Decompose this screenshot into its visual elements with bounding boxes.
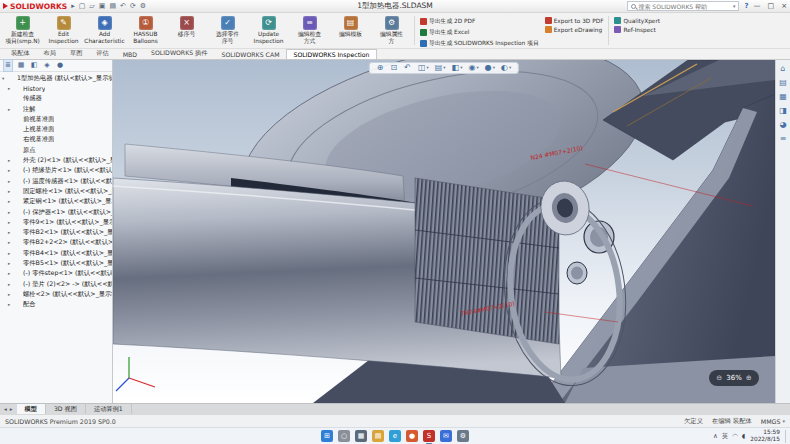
start-button[interactable]: ⊞ (321, 430, 333, 442)
maximize-button[interactable]: □ (768, 2, 775, 10)
undo-icon[interactable]: ↶ (120, 3, 126, 10)
file-explorer-pane-icon[interactable]: ▦ (779, 93, 787, 101)
zoom-in-icon[interactable]: ⊕ (746, 374, 752, 382)
ribbon-tab[interactable]: SOLIDWORKS Inspection (286, 49, 376, 59)
model-view-tab[interactable]: 运动算例1 (86, 404, 132, 414)
tree-item[interactable]: 传感器 (0, 94, 112, 104)
expand-arrow-icon[interactable]: ▸ (8, 158, 14, 163)
tree-item[interactable]: ▸ 外壳 (2)<1> (默认<<默认>_显示状态-1>) (0, 155, 112, 165)
search-button[interactable]: ○ (338, 430, 350, 442)
property-manager-tab[interactable]: ▦ (16, 60, 26, 71)
tree-item[interactable]: ▸ (-) 温度传感器<1> (默认<<默认>_显示状态-1>) (0, 176, 112, 186)
expand-arrow-icon[interactable]: ▸ (8, 251, 14, 256)
expand-arrow-icon[interactable]: ▸ (8, 292, 14, 297)
task-view-button[interactable]: ▦ (355, 430, 367, 442)
new-inspection-project-button[interactable]: + 新建检查 项目(smp.N) (2, 14, 43, 47)
ribbon-export-button[interactable]: 导出生成 Excel (420, 28, 539, 37)
ribbon-tab[interactable]: MBD (116, 49, 144, 59)
file-explorer-button[interactable]: ▤ (372, 430, 384, 442)
tree-item[interactable]: ▸ 零件B2<1> (默认<<默认>_显示状态-1>) (0, 227, 112, 237)
tabs-scroll-left-icon[interactable]: ◂ (4, 406, 7, 412)
expand-arrow-icon[interactable]: ▸ (8, 271, 14, 276)
help-icon[interactable]: ? (744, 2, 748, 10)
display-manager-tab[interactable]: ● (55, 60, 65, 71)
edge-button[interactable]: e (389, 430, 401, 442)
expand-arrow-icon[interactable]: ▸ (8, 86, 14, 91)
edit-inspection-method-button[interactable]: ≡ 编辑检查 方式 (289, 14, 330, 47)
network-icon[interactable]: ◠ (732, 432, 738, 441)
view-palette-icon[interactable]: ◨ (779, 107, 787, 115)
tree-item[interactable]: ▸ (-) 垫片 (2)<2> -> (默认<<默认>_显示状态-1>) (0, 279, 112, 289)
expand-arrow-icon[interactable]: ▸ (8, 179, 14, 184)
tree-item[interactable]: 原点 (0, 145, 112, 155)
save-icon[interactable]: ▣ (99, 3, 106, 10)
expand-arrow-icon[interactable]: ▸ (8, 220, 14, 225)
new-file-icon[interactable]: ▢ (79, 3, 86, 10)
display-style-icon[interactable]: ◧ ▾ (450, 64, 465, 72)
settings-button[interactable]: ⚙ (457, 430, 469, 442)
solidworks-resources-icon[interactable]: ⌂ (780, 65, 785, 73)
expand-arrow-icon[interactable]: ▸ (8, 282, 14, 287)
graphics-area[interactable]: N24 #M07+2(10) 7N74#M07+2(10) ⊕ ⊡ (113, 60, 775, 403)
view-orientation-icon[interactable]: ▤ ▾ (433, 64, 448, 72)
ribbon-tab[interactable]: 草图 (63, 47, 89, 59)
close-button[interactable]: × (781, 2, 787, 10)
minimize-button[interactable]: — (754, 2, 761, 10)
3d-model-canvas[interactable]: N24 #M07+2(10) 7N74#M07+2(10) (113, 60, 775, 403)
tree-item[interactable]: ▸ 零件9<1> (默认<<默认>_显示状态-1>) (0, 217, 112, 227)
configuration-manager-tab[interactable]: ◧ (29, 60, 39, 71)
ribbon-tab[interactable]: SOLIDWORKS 插件 (144, 47, 214, 59)
tree-item[interactable]: ▸ 螺栓<2> (默认<<默认>_显示状态-1>) (0, 289, 112, 299)
tree-item[interactable]: ▸ 零件B2+2<2> (默认<<默认>_显示状态-1>) (0, 238, 112, 248)
update-inspection-project-button[interactable]: ⟳ Update Inspection (248, 14, 289, 47)
model-fin-pack[interactable] (415, 178, 559, 344)
edit-properties-button[interactable]: ⚙ 编辑属性 方 (371, 14, 412, 47)
previous-view-icon[interactable]: ↶ (402, 64, 414, 72)
ribbon-tab[interactable]: 装配体 (4, 47, 37, 59)
expand-arrow-icon[interactable]: ▸ (8, 240, 14, 245)
tree-item[interactable]: ▸ History (0, 83, 112, 93)
tray-chevron-icon[interactable]: ∧ (713, 432, 718, 441)
tree-item[interactable]: ▸ 配合 (0, 300, 112, 310)
tree-item[interactable]: ▸ 紧定铜<1> (默认<<默认>_显示状态-1>) (0, 197, 112, 207)
scene-icon[interactable]: ◐ ▾ (499, 64, 513, 72)
tree-item[interactable]: ▸ (-) 零件step<1> (默认<<默认>_显示状态-1>) (0, 269, 112, 279)
expand-arrow-icon[interactable]: ▸ (8, 302, 14, 307)
options-icon[interactable]: ⚙ (140, 3, 146, 10)
tree-item[interactable]: 右视基准面 (0, 135, 112, 145)
ribbon-export-button[interactable]: Export to 3D PDF (545, 17, 604, 24)
model-view-tab[interactable]: 3D 视图 (46, 404, 86, 414)
search-caret-icon[interactable]: ▾ (733, 3, 736, 9)
zoom-area-icon[interactable]: ⊡ (389, 64, 401, 72)
tree-item[interactable]: ▾ 1型加热电器 (默认<默认>_显示状态-1) (0, 73, 112, 83)
reballoon-button[interactable]: ① HASSUB Balloons (125, 14, 166, 47)
ribbon-tab[interactable]: 布局 (37, 47, 63, 59)
ribbon-export-button[interactable]: 导出生成 SOLIDWORKS Inspection 项目 (420, 39, 539, 48)
help-search-box[interactable]: ▾ (627, 1, 739, 11)
tree-item[interactable]: ▸ (-) 保护器<1> (默认<<默认>_显示状态-1>) (0, 207, 112, 217)
expand-arrow-icon[interactable]: ▸ (8, 230, 14, 235)
edit-template-button[interactable]: ▤ 编辑模板 (330, 14, 371, 47)
open-file-icon[interactable]: ▱ (89, 3, 94, 10)
dimxpert-manager-tab[interactable]: ◈ (42, 60, 52, 71)
zoom-indicator[interactable]: ⊖ 36% ⊕ (709, 370, 759, 386)
custom-properties-icon[interactable]: ≡ (780, 135, 787, 143)
browser-button[interactable]: ● (406, 430, 418, 442)
ribbon-export-button[interactable]: Export eDrawing (545, 26, 604, 33)
remove-balloons-button[interactable]: × 移序号 (166, 14, 207, 47)
ribbon-export-button[interactable]: 导出生成 2D PDF (420, 17, 539, 26)
tree-item[interactable]: ▸ 固定螺栓<1> (默认<<默认>_显示状态-1>) (0, 186, 112, 196)
mail-button[interactable]: ✉ (440, 430, 452, 442)
ribbon-tab[interactable]: SOLIDWORKS CAM (215, 49, 287, 59)
tree-item[interactable]: ▸ 注解 (0, 104, 112, 114)
section-view-icon[interactable]: ◫ ▾ (416, 64, 431, 72)
expand-arrow-icon[interactable]: ▾ (2, 76, 8, 81)
add-characteristic-button[interactable]: ◈ Add Characteristic (84, 14, 125, 47)
zoom-fit-icon[interactable]: ⊕ (375, 64, 387, 72)
tree-item[interactable]: 前视基准面 (0, 114, 112, 124)
ribbon-export-button[interactable]: Ref-Inspect (614, 26, 660, 33)
edit-inspection-button[interactable]: ✎ Edit Inspection (43, 14, 84, 47)
show-desktop-button[interactable] (785, 430, 787, 443)
menu-arrow-icon[interactable]: ▸ (71, 3, 75, 10)
tree-item[interactable]: 上视基准面 (0, 124, 112, 134)
